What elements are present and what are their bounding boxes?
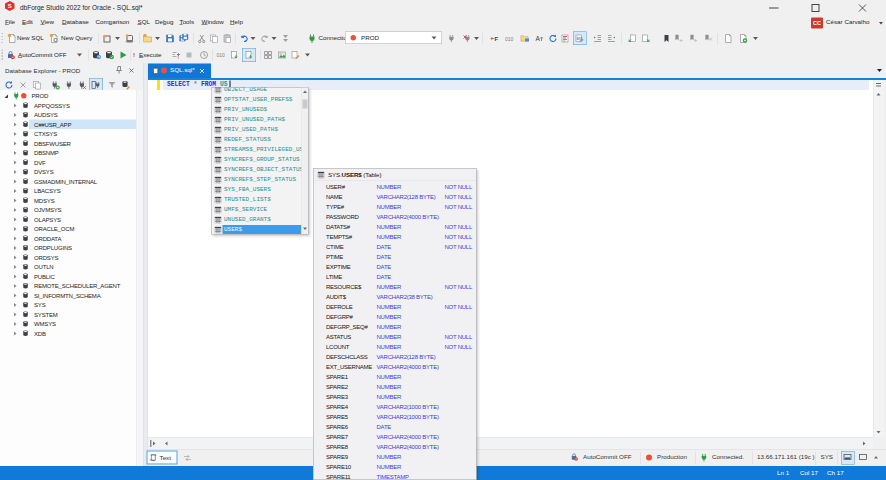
- svg-text:F: F: [495, 36, 499, 42]
- svg-text:S: S: [8, 3, 12, 9]
